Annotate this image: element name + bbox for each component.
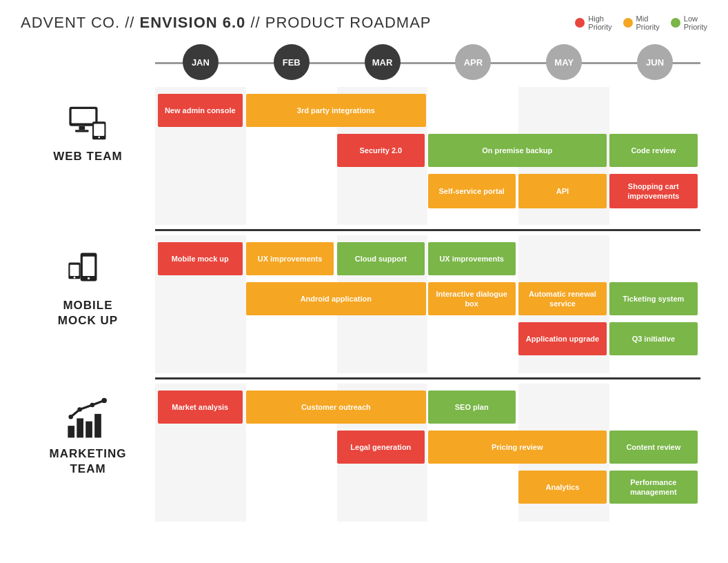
months-row: JAN FEB MAR APR MAY JUN xyxy=(155,44,700,80)
web-team-row: WEB TEAM New admin console 3rd party int… xyxy=(21,87,707,225)
task-shopping-cart: Shopping cart improvements xyxy=(609,174,697,208)
task-cloud-support: Cloud support xyxy=(337,242,425,275)
header: ADVENT CO. // ENVISION 6.0 // PRODUCT RO… xyxy=(21,14,707,32)
svg-rect-16 xyxy=(94,414,101,437)
month-circle-apr: APR xyxy=(455,44,491,80)
title-part1: ADVENT CO. // xyxy=(21,14,140,31)
web-team-text: WEB TEAM xyxy=(53,150,123,164)
task-application-upgrade: Application upgrade xyxy=(518,322,606,355)
task-ux-improvements-1: UX improvements xyxy=(246,242,334,275)
task-automatic-renewal: Automatic renewal service xyxy=(518,282,606,315)
svg-rect-1 xyxy=(72,109,96,124)
svg-rect-14 xyxy=(77,418,83,437)
task-ticketing-system: Ticketing system xyxy=(609,282,697,315)
svg-point-12 xyxy=(74,277,76,279)
task-pricing-review: Pricing review xyxy=(428,431,607,464)
month-mar: MAR xyxy=(337,44,428,80)
high-priority-label: HighPriority xyxy=(588,14,611,31)
low-priority-dot xyxy=(671,18,680,28)
legend-mid: MidPriority xyxy=(623,14,660,31)
task-performance-management: Performance management xyxy=(609,471,697,504)
svg-rect-3 xyxy=(75,130,88,132)
svg-rect-8 xyxy=(83,257,94,276)
low-priority-label: LowPriority xyxy=(684,14,707,31)
divider-1 xyxy=(155,229,700,231)
task-content-review: Content review xyxy=(609,431,697,464)
task-seo-plan: SEO plan xyxy=(428,391,516,424)
mobile-row: MOBILEMOCK UP Mobile mock up UX improvem… xyxy=(21,235,707,373)
task-q3-initiative: Q3 initiative xyxy=(609,322,697,355)
month-circle-jun: JUN xyxy=(637,44,673,80)
marketing-row: MARKETINGTEAM Market analysis Customer o… xyxy=(21,384,707,522)
task-mobile-mockup: Mobile mock up xyxy=(158,242,243,275)
task-ux-improvements-2: UX improvements xyxy=(428,242,516,275)
month-circle-mar: MAR xyxy=(365,44,401,80)
mobile-icon xyxy=(65,249,110,294)
mobile-section: MOBILEMOCK UP Mobile mock up UX improvem… xyxy=(21,235,707,373)
task-api: API xyxy=(518,174,606,208)
svg-point-18 xyxy=(77,407,81,411)
task-3rd-party-integrations: 3rd party integrations xyxy=(246,94,426,127)
svg-rect-13 xyxy=(68,426,74,437)
task-market-analysis: Market analysis xyxy=(158,391,243,424)
page: ADVENT CO. // ENVISION 6.0 // PRODUCT RO… xyxy=(0,0,728,563)
month-circle-may: MAY xyxy=(546,44,582,80)
marketing-section: MARKETINGTEAM Market analysis Customer o… xyxy=(21,384,707,522)
svg-rect-15 xyxy=(85,422,92,438)
task-on-premise-backup: On premise backup xyxy=(428,134,607,167)
mid-priority-dot xyxy=(623,18,633,28)
month-jun: JUN xyxy=(609,44,700,80)
mobile-text: MOBILEMOCK UP xyxy=(58,298,118,328)
task-analytics: Analytics xyxy=(518,471,606,504)
legend-high: HighPriority xyxy=(575,14,611,31)
month-apr: APR xyxy=(427,44,518,80)
svg-rect-5 xyxy=(94,124,104,136)
month-circle-jan: JAN xyxy=(183,44,219,80)
web-team-grid: New admin console 3rd party integrations… xyxy=(155,87,700,225)
marketing-icon xyxy=(64,397,112,442)
legend: HighPriority MidPriority LowPriority xyxy=(575,14,707,31)
task-legal-generation: Legal generation xyxy=(337,431,425,464)
task-android-app: Android application xyxy=(246,282,426,315)
title-bold: ENVISION 6.0 xyxy=(140,14,246,31)
marketing-text: MARKETINGTEAM xyxy=(50,446,127,477)
svg-point-9 xyxy=(88,277,90,279)
svg-point-19 xyxy=(90,403,94,407)
marketing-label: MARKETINGTEAM xyxy=(21,384,155,491)
web-team-label: WEB TEAM xyxy=(21,87,155,177)
svg-point-20 xyxy=(101,398,107,404)
month-may: MAY xyxy=(518,44,609,80)
svg-rect-11 xyxy=(70,265,79,276)
task-code-review: Code review xyxy=(609,134,697,167)
task-security-20: Security 2.0 xyxy=(337,134,425,167)
svg-rect-2 xyxy=(79,126,85,130)
task-new-admin-console: New admin console xyxy=(158,94,243,127)
high-priority-dot xyxy=(575,18,585,28)
page-title: ADVENT CO. // ENVISION 6.0 // PRODUCT RO… xyxy=(21,14,432,32)
legend-low: LowPriority xyxy=(671,14,707,31)
task-self-service-portal: Self-service portal xyxy=(428,174,516,208)
svg-point-17 xyxy=(68,415,72,419)
month-jan: JAN xyxy=(155,44,246,80)
web-team-icon xyxy=(65,101,110,146)
mobile-grid: Mobile mock up UX improvements Cloud sup… xyxy=(155,235,700,373)
title-part2: // PRODUCT ROADMAP xyxy=(245,14,431,31)
mobile-label: MOBILEMOCK UP xyxy=(21,235,155,342)
month-circle-feb: FEB xyxy=(274,44,310,80)
web-team-section: WEB TEAM New admin console 3rd party int… xyxy=(21,87,707,225)
divider-2 xyxy=(155,377,700,379)
task-interactive-dialogue: Interactive dialogue box xyxy=(428,282,516,315)
svg-point-6 xyxy=(98,137,100,139)
marketing-grid: Market analysis Customer outreach SEO pl… xyxy=(155,384,700,522)
mid-priority-label: MidPriority xyxy=(636,14,660,31)
task-customer-outreach: Customer outreach xyxy=(246,391,426,424)
month-feb: FEB xyxy=(246,44,337,80)
